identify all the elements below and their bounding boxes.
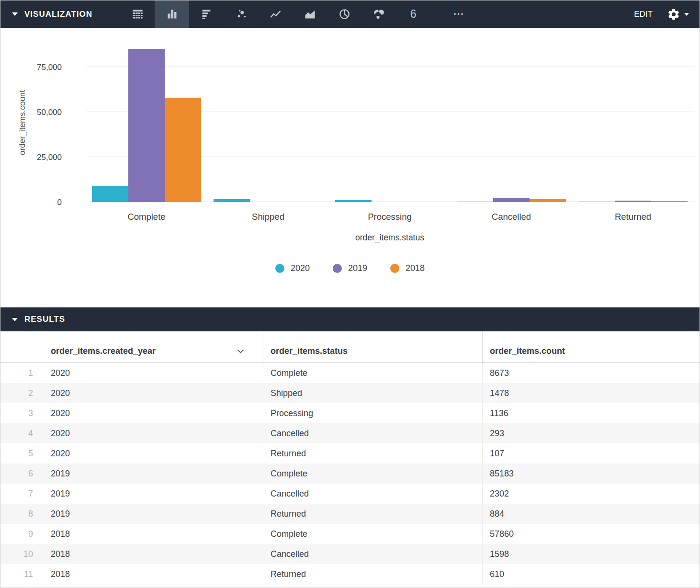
- row-number: 7: [0, 489, 44, 499]
- bar-chart-icon[interactable]: [189, 0, 224, 28]
- cell-order_items.created_year[interactable]: 2019: [44, 504, 263, 524]
- row-number: 5: [0, 449, 44, 459]
- column-header-label: order_items.created_year: [51, 346, 156, 356]
- edit-button[interactable]: EDIT: [634, 10, 653, 19]
- column-header-count[interactable]: order_items.count: [482, 331, 700, 362]
- bar-group-cancelled: [451, 28, 572, 202]
- cell-order_items.count[interactable]: 2302: [482, 484, 700, 504]
- cell-order_items.count[interactable]: 610: [482, 564, 700, 584]
- bar-2020-shipped[interactable]: [214, 199, 250, 202]
- table-row: 112018Returned610: [0, 564, 700, 584]
- pie-chart-icon[interactable]: [327, 0, 361, 28]
- cell-order_items.count[interactable]: 85183: [482, 464, 700, 484]
- cell-order_items.created_year[interactable]: 2020: [44, 403, 263, 423]
- legend-dot: [275, 264, 284, 273]
- area-chart-icon[interactable]: [293, 0, 327, 28]
- cell-order_items.count[interactable]: 1136: [482, 403, 700, 423]
- cell-order_items.created_year[interactable]: 2018: [44, 564, 263, 584]
- bar-2019-returned[interactable]: [615, 201, 651, 202]
- bar-2018-returned[interactable]: [651, 201, 688, 202]
- collapse-visualization-icon[interactable]: [12, 12, 18, 16]
- legend-item-2020[interactable]: 2020: [275, 263, 310, 273]
- map-icon[interactable]: [361, 0, 396, 28]
- bar-2020-returned[interactable]: [578, 202, 615, 202]
- cell-order_items.created_year[interactable]: 2020: [44, 443, 263, 464]
- table-icon[interactable]: [120, 0, 155, 28]
- cell-order_items.created_year[interactable]: 2018: [44, 524, 263, 544]
- legend-item-2018[interactable]: 2018: [390, 263, 425, 273]
- table-row: 102018Cancelled1598: [0, 544, 700, 564]
- cell-order_items.count[interactable]: 107: [482, 443, 700, 464]
- cell-order_items.count[interactable]: 1478: [482, 383, 700, 403]
- bar-2020-complete[interactable]: [92, 186, 128, 202]
- sort-desc-chevron-icon[interactable]: [237, 347, 244, 353]
- row-number: 8: [0, 509, 44, 519]
- table-row: 92018Complete57860: [0, 524, 700, 544]
- cell-order_items.created_year[interactable]: 2020: [44, 383, 263, 403]
- cell-order_items.created_year[interactable]: 2020: [44, 423, 263, 443]
- y-tick-label: 75,000: [0, 63, 62, 72]
- table-row: 32020Processing1136: [0, 403, 700, 423]
- legend-label: 2019: [348, 263, 367, 273]
- collapse-results-icon[interactable]: [12, 318, 18, 321]
- more-icon[interactable]: •••: [442, 0, 476, 28]
- table-row: 72019Cancelled2302: [0, 484, 700, 504]
- cell-order_items.created_year[interactable]: 2020: [44, 363, 263, 383]
- bar-2018-cancelled[interactable]: [530, 199, 566, 202]
- bar-2020-cancelled[interactable]: [457, 202, 493, 202]
- cell-order_items.status[interactable]: Complete: [263, 363, 482, 383]
- cell-order_items.count[interactable]: 293: [482, 423, 700, 443]
- table-row: 52020Returned107: [0, 443, 700, 464]
- cell-order_items.status[interactable]: Processing: [263, 403, 482, 423]
- cell-order_items.count[interactable]: 1598: [482, 544, 700, 564]
- x-category-label: Returned: [572, 212, 694, 222]
- cell-order_items.status[interactable]: Cancelled: [263, 544, 482, 564]
- cell-order_items.status[interactable]: Returned: [263, 564, 482, 584]
- legend-item-2019[interactable]: 2019: [333, 263, 367, 273]
- cell-order_items.status[interactable]: Cancelled: [263, 484, 482, 504]
- y-tick-label: 25,000: [0, 153, 62, 162]
- column-chart-icon[interactable]: [155, 0, 189, 28]
- legend-dot: [390, 264, 399, 273]
- visualization-header-bar: VISUALIZATION 6••• EDIT: [0, 0, 700, 28]
- x-axis-title: order_items.status: [86, 233, 694, 243]
- x-category-label: Cancelled: [451, 212, 572, 222]
- legend-label: 2018: [406, 263, 425, 273]
- chart-legend: 202020192018: [0, 263, 700, 273]
- table-row: 22020Shipped1478: [0, 383, 700, 403]
- cell-order_items.created_year[interactable]: 2019: [44, 484, 263, 504]
- cell-order_items.status[interactable]: Cancelled: [263, 423, 482, 443]
- scatter-icon[interactable]: [224, 0, 258, 28]
- bar-group-shipped: [207, 28, 329, 202]
- gear-menu-caret-icon[interactable]: [684, 13, 689, 16]
- single-value-icon[interactable]: 6: [396, 0, 430, 28]
- row-number: 6: [0, 469, 44, 479]
- cell-order_items.count[interactable]: 8673: [482, 363, 700, 383]
- column-header-label: order_items.status: [271, 346, 348, 356]
- cell-order_items.created_year[interactable]: 2019: [44, 464, 263, 484]
- row-number: 11: [0, 569, 44, 579]
- cell-order_items.count[interactable]: 57860: [482, 524, 700, 544]
- visualization-title: VISUALIZATION: [24, 10, 92, 19]
- cell-order_items.status[interactable]: Shipped: [263, 383, 482, 403]
- bar-2019-cancelled[interactable]: [493, 198, 530, 202]
- line-chart-icon[interactable]: [258, 0, 293, 28]
- cell-order_items.status[interactable]: Complete: [263, 524, 482, 544]
- cell-order_items.created_year[interactable]: 2018: [44, 544, 263, 564]
- bar-2020-processing[interactable]: [335, 200, 372, 202]
- bar-2019-complete[interactable]: [128, 49, 165, 202]
- cell-order_items.status[interactable]: Complete: [263, 464, 482, 484]
- row-number: 3: [0, 408, 44, 418]
- results-header-bar: RESULTS: [0, 307, 700, 331]
- row-number: 10: [0, 549, 44, 559]
- cell-order_items.status[interactable]: Returned: [263, 443, 482, 464]
- bar-2018-complete[interactable]: [165, 98, 201, 202]
- cell-order_items.count[interactable]: 884: [482, 504, 700, 524]
- gear-icon[interactable]: [667, 8, 680, 21]
- app-window: VISUALIZATION 6••• EDIT order_items.coun…: [0, 0, 700, 588]
- cell-order_items.status[interactable]: Returned: [263, 504, 482, 524]
- column-header-created-year[interactable]: order_items.created_year: [44, 346, 263, 362]
- results-table: order_items.created_year order_items.sta…: [0, 331, 700, 584]
- legend-label: 2020: [291, 263, 310, 273]
- column-header-status[interactable]: order_items.status: [263, 331, 482, 362]
